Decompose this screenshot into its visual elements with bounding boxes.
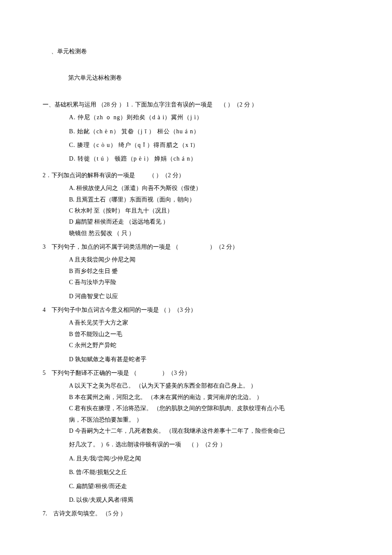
q2-option-b: B. 且焉置土石（哪里）东面而视（面向，朝向）	[69, 195, 349, 204]
q6-option-c: C. 扁鹊望/桓侯/而还走	[69, 482, 349, 491]
q5-option-c-line2: 病，不医治恐怕要加重。 ）	[69, 415, 349, 425]
section-1-header: 一、基础积累与运用 （28 分 ） 1．下面加点字注音有误的一项是 （ ）（2 …	[43, 100, 349, 109]
q7-text: 7. 古诗文原句填空。 （5 分 ）	[43, 509, 349, 518]
doc-title: 第六单元达标检测卷	[68, 73, 349, 83]
q6-option-b: B. 曾/不能/损魁父之丘	[69, 468, 349, 477]
q4-text: 4 下列句子中加点词古今意义相同的一项是 （ ）（3 分）	[43, 305, 349, 315]
q1-option-c: C. 腠理（c ò u） 绮户（q ǐ ）得而腊之（x ī）	[69, 141, 349, 150]
q2-option-extra: 晓镜但 愁云鬓改 （ 只 ）	[69, 229, 349, 238]
q3-option-c: C 吾与汝毕力平险	[69, 278, 349, 287]
q2-option-c: C 秋水时 至（按时） 年且九十（况且）	[69, 206, 349, 216]
q2-text: 2．下列加点词的解释有误的一项是 （ ）（2 分）	[43, 171, 349, 180]
q3-text: 3 下列句子，加点的词不属于词类活用的一项是 （ ）（2 分）	[43, 242, 349, 252]
q4-option-b: B 曾不能毁山之一毛	[69, 330, 349, 339]
q5-option-d-line2: 好几次了。 ）6．选出朗读停顿有误的一项 （ ）（2 分 ）	[69, 440, 349, 449]
q6-option-a: A. 且夫/我/尝闻/少仲尼之闻	[69, 454, 349, 463]
q5-option-a: A 以天下之美为尽在己。 （认为天下盛美的东西全部都在自己身上。 ）	[69, 381, 349, 391]
q1-option-d: D. 转徙（t ú ） 顿踣（p è i） 婵娟（ch á n）	[69, 154, 349, 164]
q6-option-d: D. 以俟/夫观人风者/得焉	[69, 495, 349, 505]
q1-option-b: B. 始龀（ch è n） 箕畚（j ī ） 桓公（hu á n）	[69, 127, 349, 136]
q3-option-d: D 河曲智叟亡 以应	[69, 292, 349, 301]
q5-option-b: B 本在冀州之南，河阳之北。 （本来在冀州的南边，黄河南岸的北边。 ）	[69, 393, 349, 402]
q2-option-a: A. 桓侯故使人问之（派遣）向吾不为斯役（假使）	[69, 184, 349, 193]
q2-option-d: D 扁鹊望 桓侯而还走 （远远地看见 ）	[69, 217, 349, 227]
q5-text: 5 下列句子翻译不正确的一项是 （ ）（3 分）	[43, 368, 349, 378]
q4-option-c: C 永州之野产异蛇	[69, 341, 349, 350]
q3-option-b: B 而乡邻之生日 蹙	[69, 267, 349, 276]
doc-header: 、单元检测卷	[51, 47, 349, 56]
q5-option-d-line1: D 今吾嗣为之十二年，几死者数矣。 （现在我继承这件差事十二年了，险些丧命已	[69, 426, 349, 436]
q4-option-d: D 孰知赋敛之毒有甚是蛇者乎	[69, 355, 349, 364]
q3-option-a: A 且夫我尝闻少 仲尼之闻	[69, 255, 349, 265]
q1-option-a: A. 仲尼（zh ｏ ng）则殆矣（d à i）冀州（j ì）	[69, 113, 349, 122]
q4-option-a: A 吾长见笑于大方之家	[69, 318, 349, 328]
q5-option-c-line1: C 君有疾在腠理，不治将恐深。 （您的肌肤之间的空隙和肌肉、皮肤纹理有点小毛	[69, 404, 349, 413]
